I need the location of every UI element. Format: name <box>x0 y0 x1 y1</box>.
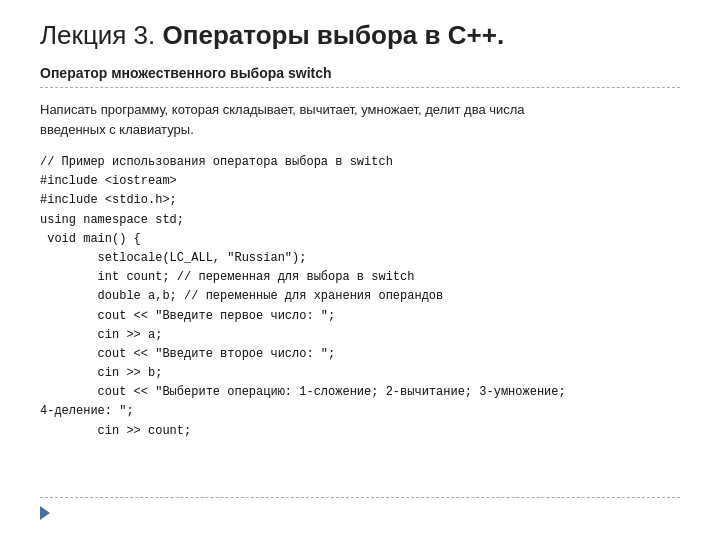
page: Лекция 3. Операторы выбора в C++. Операт… <box>0 0 720 540</box>
arrow-icon <box>40 506 50 520</box>
code-block: // Пример использования оператора выбора… <box>40 153 680 497</box>
section-header: Оператор множественного выбора switch <box>40 65 680 88</box>
bottom-section <box>40 497 680 520</box>
title-bold: Операторы выбора в C++. <box>163 20 505 50</box>
page-title: Лекция 3. Операторы выбора в C++. <box>40 20 680 51</box>
title-prefix: Лекция 3. <box>40 20 163 50</box>
description: Написать программу, которая складывает, … <box>40 100 680 139</box>
